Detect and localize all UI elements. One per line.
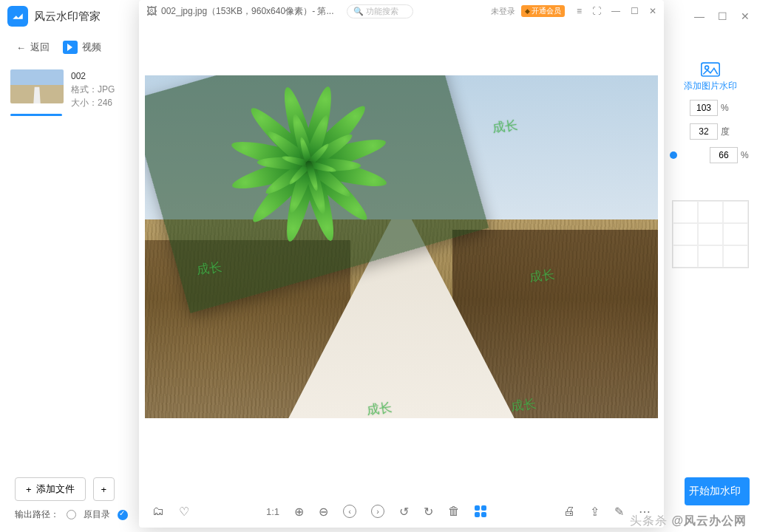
image-viewer-window: 🖼 002_jpg.jpg（153KB，960x640像素）- 第... 🔍 功…	[139, 0, 664, 528]
file-name: 002	[71, 69, 115, 83]
grid-view-icon[interactable]	[475, 505, 486, 517]
main-image-canvas[interactable]: 成长 成长 成长 成长 成长	[145, 75, 658, 418]
output-path-label: 输出路径：	[15, 508, 59, 521]
watermark-text: 成长	[510, 395, 537, 416]
position-grid[interactable]	[672, 200, 749, 268]
app-title: 风云水印管家	[34, 10, 101, 24]
svg-point-1	[705, 66, 709, 69]
watermark-text: 成长	[492, 117, 519, 137]
image-file-icon: 🖼	[146, 5, 157, 17]
viewer-menu-icon[interactable]: ≡	[577, 6, 582, 16]
zoom-in-icon[interactable]: ⊕	[294, 505, 304, 519]
start-watermark-button[interactable]: 开始加水印	[685, 477, 750, 505]
file-progress-bar	[10, 114, 62, 116]
next-image-icon[interactable]: ›	[371, 505, 384, 518]
add-file-button[interactable]: + 添加文件	[15, 477, 86, 501]
add-more-button[interactable]: +	[93, 477, 115, 501]
feature-search-input[interactable]: 🔍 功能搜索	[347, 4, 413, 18]
viewer-fullscreen-icon[interactable]: ⛶	[592, 6, 601, 16]
watermark-text: 成长	[529, 266, 556, 287]
app-minimize-icon[interactable]: —	[694, 10, 705, 22]
viewer-minimize-icon[interactable]: —	[611, 6, 620, 16]
original-dir-label: 原目录	[84, 508, 110, 521]
actual-size-button[interactable]: 1:1	[266, 506, 279, 517]
video-icon	[63, 41, 78, 54]
source-credit: 头条杀 @风云办公网	[630, 514, 747, 529]
add-image-watermark-button[interactable]: 添加图片水印	[684, 62, 737, 92]
back-arrow-icon: ←	[16, 42, 26, 53]
zoom-out-icon[interactable]: ⊖	[319, 505, 328, 519]
app-maximize-icon[interactable]: ☐	[718, 10, 727, 22]
video-tab[interactable]: 视频	[63, 41, 101, 54]
rotate-input[interactable]	[690, 123, 718, 140]
watermark-text: 成长	[366, 399, 393, 418]
rotate-ccw-icon[interactable]: ↺	[399, 505, 409, 519]
login-status[interactable]: 未登录	[491, 6, 515, 17]
original-dir-radio[interactable]	[67, 510, 76, 519]
back-button[interactable]: ← 返回	[16, 41, 50, 54]
favorite-icon[interactable]: ♡	[179, 505, 189, 519]
prev-image-icon[interactable]: ‹	[343, 505, 356, 518]
file-thumbnail	[10, 69, 64, 103]
add-image-watermark-label: 添加图片水印	[684, 80, 737, 92]
opacity-slider-handle[interactable]	[670, 151, 677, 159]
viewer-title: 002_jpg.jpg（153KB，960x640像素）- 第...	[161, 5, 333, 18]
custom-dir-radio[interactable]	[118, 510, 128, 520]
opacity-input[interactable]	[710, 147, 738, 163]
app-logo-icon	[7, 6, 28, 27]
vip-badge[interactable]: 开通会员	[521, 5, 565, 17]
edit-icon[interactable]: ✎	[614, 505, 624, 519]
plus-icon: +	[26, 484, 32, 495]
video-label: 视频	[82, 41, 101, 54]
viewer-close-icon[interactable]: ✕	[649, 6, 656, 16]
share-icon[interactable]: ⇪	[590, 505, 600, 519]
rotate-cw-icon[interactable]: ↻	[424, 505, 433, 519]
app-close-icon[interactable]: ✕	[741, 10, 750, 22]
back-label: 返回	[30, 41, 50, 54]
delete-icon[interactable]: 🗑	[448, 505, 460, 518]
add-file-label: 添加文件	[36, 482, 75, 496]
file-list-item[interactable]: 002 格式：JPG 大小：246	[10, 69, 123, 109]
watermark-text: 成长	[196, 259, 223, 279]
scale-input[interactable]	[690, 100, 718, 116]
search-icon: 🔍	[353, 7, 364, 16]
folder-icon[interactable]: 🗂	[152, 505, 164, 518]
viewer-maximize-icon[interactable]: ☐	[631, 6, 639, 16]
print-icon[interactable]: 🖨	[563, 505, 575, 518]
